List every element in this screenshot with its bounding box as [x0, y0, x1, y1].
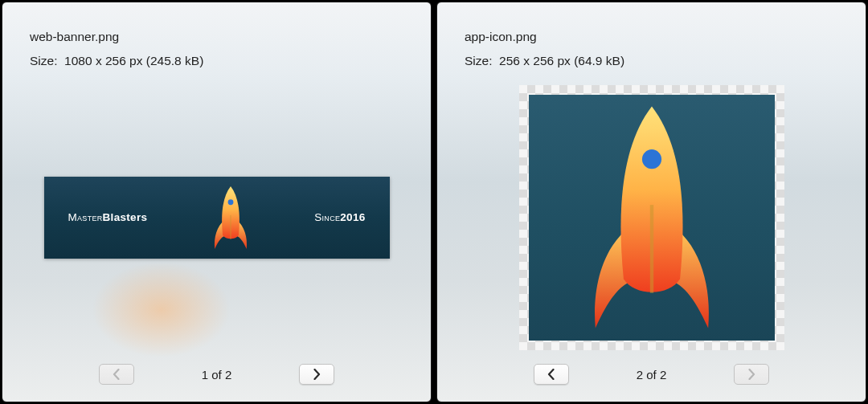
rocket-icon	[206, 185, 256, 251]
pager-counter: 2 of 2	[637, 368, 667, 382]
rocket-icon	[563, 103, 740, 332]
file-size-row: Size:1080 x 256 px (245.8 kB)	[30, 51, 403, 71]
chevron-left-icon	[547, 369, 556, 380]
next-button[interactable]	[734, 364, 769, 385]
banner-text-left: MasterBlasters	[68, 211, 148, 223]
file-name: web-banner.png	[30, 27, 403, 47]
rocket-icon	[206, 185, 256, 251]
preview-panel-1: web-banner.png Size:1080 x 256 px (245.8…	[2, 2, 432, 402]
banner-thumbnail: MasterBlasters	[44, 177, 390, 259]
pager-counter: 1 of 2	[202, 368, 232, 382]
pager: 1 of 2	[2, 355, 431, 402]
file-meta: web-banner.png Size:1080 x 256 px (245.8…	[2, 2, 431, 80]
size-label: Size:	[30, 54, 64, 67]
preview-panel-2: app-icon.png Size:256 x 256 px (64.9 kB)	[436, 2, 866, 402]
preview-area	[437, 80, 866, 355]
chevron-right-icon	[312, 369, 321, 380]
viewer-wrap: web-banner.png Size:1080 x 256 px (245.8…	[0, 0, 868, 404]
prev-button[interactable]	[534, 364, 569, 385]
banner-text-right: Since2016	[314, 211, 365, 223]
size-value: 256 x 256 px (64.9 kB)	[499, 54, 624, 67]
svg-point-1	[641, 149, 661, 169]
banner-text-left-light: Master	[68, 211, 103, 223]
preview-area: MasterBlasters	[2, 80, 431, 355]
size-label: Size:	[465, 54, 499, 67]
banner-text-right-bold: 2016	[340, 211, 365, 223]
pager: 2 of 2	[437, 355, 866, 402]
size-value: 1080 x 256 px (245.8 kB)	[64, 54, 203, 67]
transparency-checker	[519, 85, 784, 350]
next-button[interactable]	[299, 364, 334, 385]
icon-thumbnail	[529, 95, 775, 341]
file-meta: app-icon.png Size:256 x 256 px (64.9 kB)	[437, 2, 866, 80]
chevron-right-icon	[747, 369, 756, 380]
file-size-row: Size:256 x 256 px (64.9 kB)	[465, 51, 838, 71]
file-name: app-icon.png	[465, 27, 838, 47]
svg-point-0	[228, 199, 234, 205]
banner-text-left-bold: Blasters	[103, 211, 148, 223]
chevron-left-icon	[112, 369, 121, 380]
prev-button[interactable]	[99, 364, 134, 385]
banner-text-right-light: Since	[314, 211, 340, 223]
